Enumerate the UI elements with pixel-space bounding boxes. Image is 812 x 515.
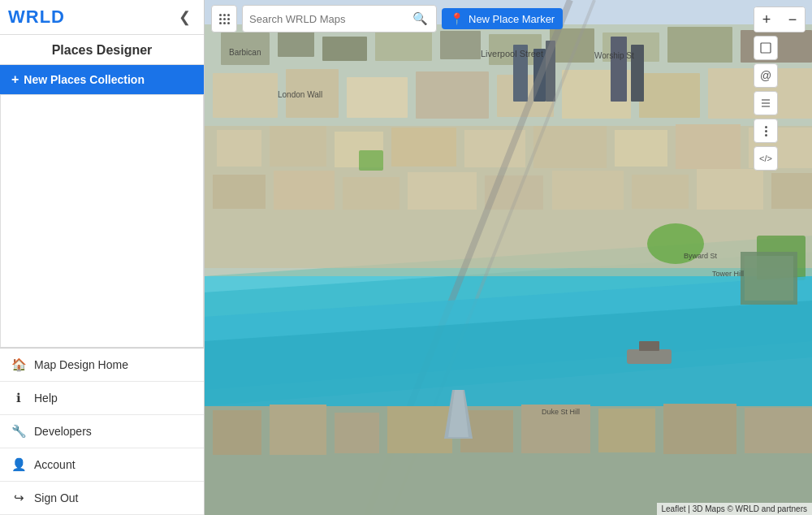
svg-rect-43 xyxy=(632,175,689,209)
svg-rect-59 xyxy=(270,405,326,455)
account-label: Account xyxy=(34,458,76,471)
svg-rect-38 xyxy=(274,171,335,210)
wrench-icon: 🔧 xyxy=(11,424,26,439)
map-area[interactable]: Liverpool Street Barbican London Wall Wo… xyxy=(205,0,812,515)
svg-rect-61 xyxy=(387,406,452,453)
place-marker-label: New Place Marker xyxy=(469,13,555,25)
svg-rect-42 xyxy=(552,171,624,210)
plus-icon: + xyxy=(11,72,19,87)
new-places-collection-button[interactable]: + New Places Collection xyxy=(0,65,204,94)
svg-text:Barbican: Barbican xyxy=(229,48,261,57)
places-designer-title: Places Designer xyxy=(0,35,204,65)
svg-rect-14 xyxy=(213,73,278,118)
svg-rect-76 xyxy=(761,43,771,53)
svg-rect-65 xyxy=(663,404,736,454)
collapse-button[interactable]: ❮ xyxy=(174,6,196,28)
svg-rect-29 xyxy=(270,126,326,167)
wrld-logo: WRLD xyxy=(8,6,65,28)
location-pin-icon: 📍 xyxy=(450,12,464,25)
more-options-button[interactable] xyxy=(754,119,778,143)
svg-rect-16 xyxy=(347,77,408,118)
sidebar-item-sign-out[interactable]: ↪ Sign Out xyxy=(0,482,204,515)
zoom-in-button[interactable]: + xyxy=(754,7,779,32)
svg-text:Byward St: Byward St xyxy=(684,252,718,260)
svg-rect-35 xyxy=(676,124,741,169)
map-attribution: Leaflet | 3D Maps © WRLD and partners xyxy=(657,503,813,515)
svg-rect-31 xyxy=(391,128,456,167)
svg-rect-33 xyxy=(533,126,607,168)
svg-rect-64 xyxy=(598,409,655,452)
place-marker-badge[interactable]: 📍 New Place Marker xyxy=(442,8,563,29)
svg-rect-25 xyxy=(611,37,627,102)
search-input[interactable] xyxy=(249,13,411,25)
sidebar-item-map-design-home[interactable]: 🏠 Map Design Home xyxy=(0,348,204,382)
sidebar-item-help[interactable]: ℹ Help xyxy=(0,382,204,415)
svg-text:London Wall: London Wall xyxy=(278,90,322,99)
map-right-controls: + − @ </> xyxy=(754,6,806,171)
search-bar[interactable]: 🔍 xyxy=(242,5,437,32)
sidebar-item-account[interactable]: 👤 Account xyxy=(0,448,204,482)
zoom-controls: + − xyxy=(754,6,806,32)
person-icon: 👤 xyxy=(11,457,26,472)
svg-rect-40 xyxy=(408,172,477,210)
svg-rect-34 xyxy=(615,130,667,167)
svg-text:Duke St Hill: Duke St Hill xyxy=(542,408,580,416)
collection-area xyxy=(0,94,204,348)
menu-dots-button[interactable] xyxy=(211,5,237,32)
svg-rect-56 xyxy=(745,256,793,301)
help-label: Help xyxy=(34,392,58,405)
svg-rect-44 xyxy=(697,169,763,210)
search-button[interactable]: 🔍 xyxy=(411,11,430,26)
svg-rect-28 xyxy=(217,130,261,167)
sign-out-label: Sign Out xyxy=(34,491,78,504)
sidebar: WRLD ❮ Places Designer + New Places Coll… xyxy=(0,0,205,515)
svg-text:Liverpool Street: Liverpool Street xyxy=(481,49,543,58)
svg-text:Tower Hill: Tower Hill xyxy=(712,270,744,278)
map-background: Liverpool Street Barbican London Wall Wo… xyxy=(205,0,812,515)
map-topbar: 🔍 📍 New Place Marker xyxy=(205,0,812,37)
svg-rect-17 xyxy=(416,71,489,119)
svg-rect-54 xyxy=(639,341,659,351)
list-button[interactable] xyxy=(754,91,778,115)
layers-button[interactable] xyxy=(754,36,778,60)
svg-rect-6 xyxy=(322,37,367,61)
sidebar-item-developers[interactable]: 🔧 Developers xyxy=(0,415,204,448)
map-design-home-label: Map Design Home xyxy=(34,358,128,371)
svg-rect-20 xyxy=(639,73,700,118)
svg-rect-53 xyxy=(627,349,672,364)
svg-rect-58 xyxy=(213,410,261,455)
sidebar-header: WRLD ❮ xyxy=(0,0,204,35)
at-button[interactable]: @ xyxy=(754,63,778,88)
svg-rect-60 xyxy=(335,413,379,453)
info-icon: ℹ xyxy=(11,391,26,405)
bottom-nav: 🏠 Map Design Home ℹ Help 🔧 Developers 👤 … xyxy=(0,348,204,515)
developers-label: Developers xyxy=(34,425,92,438)
zoom-out-button[interactable]: − xyxy=(780,7,805,32)
svg-rect-45 xyxy=(771,173,812,209)
svg-text:Worship St: Worship St xyxy=(594,51,634,60)
code-button[interactable]: </> xyxy=(754,146,778,171)
svg-rect-66 xyxy=(745,408,812,453)
new-collection-label: New Places Collection xyxy=(24,73,145,86)
svg-rect-39 xyxy=(343,177,400,210)
svg-rect-37 xyxy=(213,175,266,209)
svg-rect-50 xyxy=(359,150,383,171)
home-icon: 🏠 xyxy=(11,357,26,372)
sign-out-icon: ↪ xyxy=(11,491,26,505)
